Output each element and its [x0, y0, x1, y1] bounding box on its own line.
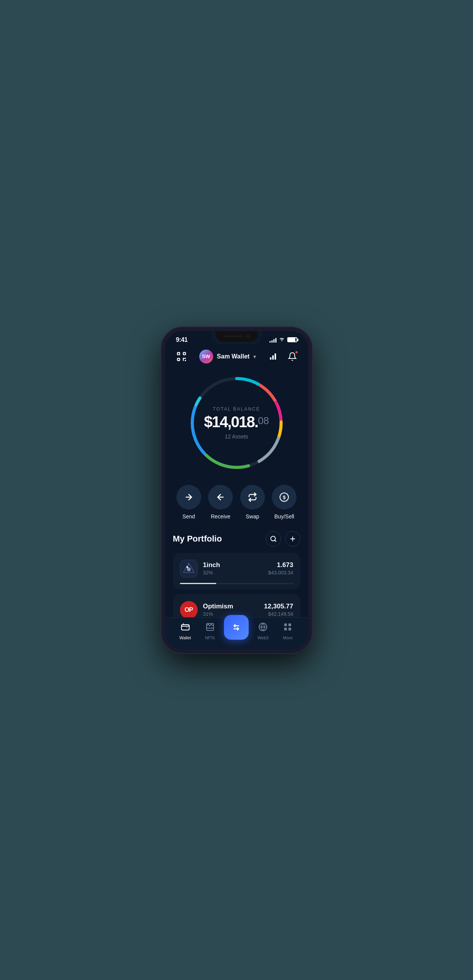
nav-wallet[interactable]: Wallet — [175, 622, 196, 640]
portfolio-header: My Portfolio — [173, 531, 300, 547]
asset-1inch-name: 1inch — [203, 561, 220, 569]
swap-label: Swap — [246, 513, 259, 520]
user-profile-button[interactable]: SW Sam Wallet ▾ — [199, 350, 256, 363]
scan-button[interactable] — [174, 349, 189, 364]
nav-center-swap-button[interactable] — [224, 615, 249, 640]
notification-badge — [295, 350, 298, 354]
asset-row: 1inch 32% 1.673 $43,003.34 — [180, 560, 293, 577]
chevron-down-icon: ▾ — [253, 353, 256, 360]
more-nav-label: More — [283, 635, 293, 640]
nfts-icon — [205, 622, 215, 634]
svg-text:$: $ — [283, 494, 286, 500]
asset-left: OP Optimism 31% — [180, 601, 233, 619]
web3-nav-label: Web3 — [258, 635, 269, 640]
svg-rect-36 — [284, 628, 287, 630]
asset-op-values: 12,305.77 $42,149.56 — [264, 603, 293, 617]
balance-dollars: $14,018. — [204, 414, 258, 430]
user-name: Sam Wallet — [217, 353, 250, 360]
assets-count: 12 Assets — [204, 433, 269, 440]
receive-icon — [208, 485, 233, 510]
asset-op-name: Optimism — [203, 603, 233, 610]
header: SW Sam Wallet ▾ — [165, 346, 308, 369]
asset-left: 1inch 32% — [180, 560, 220, 577]
receive-label: Receive — [211, 513, 231, 520]
wallet-icon — [181, 622, 190, 634]
receive-button[interactable]: Receive — [208, 485, 233, 520]
balance-cents: 08 — [258, 416, 269, 426]
web3-icon — [258, 622, 268, 634]
battery-icon — [287, 337, 297, 342]
svg-rect-31 — [181, 625, 189, 630]
nfts-nav-label: NFTs — [205, 635, 215, 640]
svg-point-29 — [186, 566, 188, 568]
send-icon — [176, 485, 201, 510]
asset-1inch-pct: 32% — [203, 570, 220, 576]
asset-1inch-icon — [180, 560, 198, 577]
notifications-button[interactable] — [285, 350, 299, 363]
speaker — [224, 335, 243, 337]
buysell-icon: $ — [272, 485, 297, 510]
asset-1inch-progress-fill — [180, 583, 216, 584]
portfolio-section: My Portfolio — [165, 531, 308, 624]
asset-1inch-value: $43,003.34 — [268, 570, 293, 576]
svg-line-24 — [275, 540, 276, 541]
nav-web3[interactable]: Web3 — [253, 622, 274, 640]
balance-content: TOTAL BALANCE $14,018. 08 12 Assets — [204, 406, 269, 440]
portfolio-add-button[interactable] — [285, 531, 300, 547]
asset-op-amount: 12,305.77 — [264, 603, 293, 610]
wallet-nav-label: Wallet — [180, 635, 191, 640]
svg-rect-2 — [177, 358, 180, 360]
wifi-icon — [279, 337, 285, 343]
balance-section: TOTAL BALANCE $14,018. 08 12 Assets — [165, 369, 308, 485]
asset-1inch-info: 1inch 32% — [203, 561, 220, 576]
svg-rect-35 — [288, 623, 291, 626]
asset-op-info: Optimism 31% — [203, 603, 233, 617]
svg-rect-9 — [275, 353, 276, 360]
svg-rect-8 — [272, 355, 274, 360]
svg-rect-1 — [183, 352, 185, 355]
swap-button[interactable]: Swap — [240, 485, 265, 520]
svg-rect-7 — [270, 357, 271, 360]
screen: 9:41 — [165, 331, 308, 649]
more-icon — [283, 622, 292, 634]
signal-icon — [270, 337, 276, 343]
bottom-nav: Wallet NFTs — [165, 617, 308, 649]
portfolio-title: My Portfolio — [173, 534, 222, 544]
asset-op-icon: OP — [180, 601, 198, 619]
asset-card-1inch[interactable]: 1inch 32% 1.673 $43,003.34 — [173, 553, 300, 589]
send-button[interactable]: Send — [176, 485, 201, 520]
balance-label: TOTAL BALANCE — [204, 406, 269, 412]
front-camera — [246, 335, 250, 338]
balance-amount: $14,018. 08 — [204, 414, 269, 430]
status-icons — [270, 337, 297, 343]
svg-rect-37 — [288, 628, 291, 630]
svg-rect-0 — [177, 352, 180, 355]
asset-op-value: $42,149.56 — [264, 611, 293, 617]
buysell-label: Buy/Sell — [275, 513, 294, 520]
buysell-button[interactable]: $ Buy/Sell — [272, 485, 297, 520]
asset-1inch-amount: 1.673 — [268, 561, 293, 569]
phone-shell: 9:41 — [161, 327, 312, 653]
action-buttons: Send Receive — [165, 485, 308, 531]
asset-1inch-values: 1.673 $43,003.34 — [268, 561, 293, 576]
status-time: 9:41 — [176, 336, 188, 343]
nav-nfts[interactable]: NFTs — [199, 622, 220, 640]
phone-notch — [212, 331, 262, 345]
svg-rect-34 — [284, 623, 287, 626]
analytics-button[interactable] — [266, 350, 280, 363]
asset-1inch-progress — [180, 583, 293, 584]
avatar: SW — [199, 350, 213, 363]
portfolio-search-button[interactable] — [266, 531, 281, 547]
svg-point-28 — [187, 567, 191, 571]
balance-circle: TOTAL BALANCE $14,018. 08 12 Assets — [186, 373, 287, 473]
send-label: Send — [182, 513, 195, 520]
swap-icon — [240, 485, 265, 510]
nav-more[interactable]: More — [277, 622, 298, 640]
portfolio-actions — [266, 531, 300, 547]
header-right-actions — [266, 350, 299, 363]
